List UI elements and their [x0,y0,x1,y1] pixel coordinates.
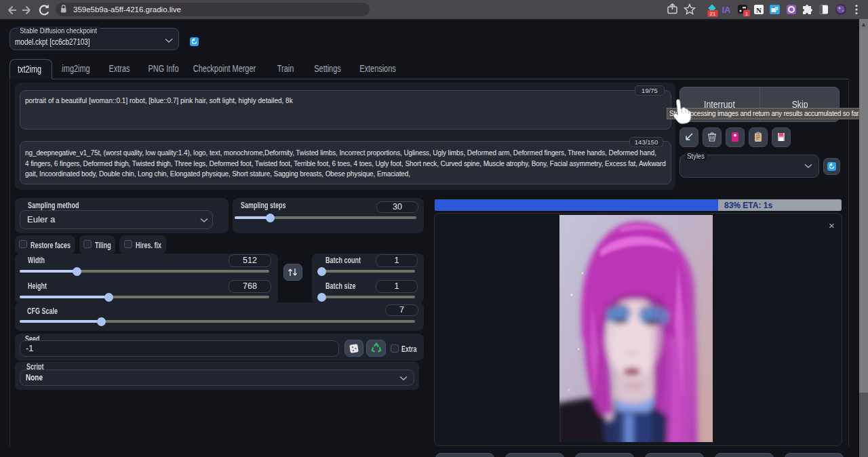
svg-text:IA: IA [722,5,732,15]
svg-text:N: N [756,6,762,14]
svg-text:21: 21 [710,11,716,17]
svg-text:1: 1 [745,11,749,17]
